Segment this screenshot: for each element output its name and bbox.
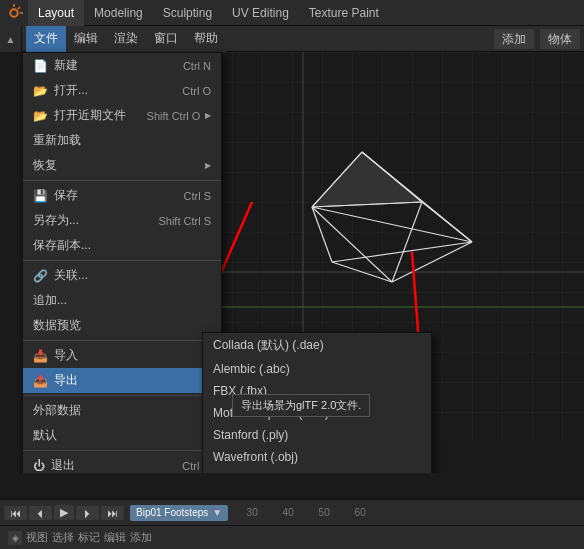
tab-sculpting[interactable]: Sculpting: [153, 0, 222, 26]
menu-defaults[interactable]: 默认: [23, 423, 221, 448]
menu-data-preview[interactable]: 数据预览: [23, 313, 221, 338]
timeline-clip-name: Bip01 Footsteps: [136, 507, 208, 518]
export-alembic[interactable]: Alembic (.abc): [203, 358, 431, 380]
menu-save-as[interactable]: 另存为... Shift Ctrl S: [23, 208, 221, 233]
main-area: ▲ ● ◆ ⬛ ↕ ↔ ⟲ 文件 编辑 渲染 窗口 帮助 添加 物体: [0, 26, 584, 473]
menu-save[interactable]: 💾保存 Ctrl S: [23, 183, 221, 208]
menu-import[interactable]: 📥导入: [23, 343, 221, 368]
timeline-num-60: 60: [342, 507, 378, 518]
menu-file[interactable]: 文件: [26, 26, 66, 52]
menu-append[interactable]: 追加...: [23, 288, 221, 313]
menu-edit[interactable]: 编辑: [66, 26, 106, 52]
export-x3d[interactable]: X3D Extensible 3D (.x3d): [203, 468, 431, 473]
timeline-btn-prev[interactable]: ⏴: [29, 506, 52, 520]
status-view: 视图: [26, 530, 48, 545]
menu-revert[interactable]: 重新加载: [23, 128, 221, 153]
svg-line-2: [18, 7, 20, 9]
tab-layout[interactable]: Layout: [28, 0, 84, 26]
timeline-numbers: 30 40 50 60: [234, 507, 378, 518]
status-bar: ◈ 视图 选择 标记 编辑 添加: [0, 525, 584, 549]
app-logo: [0, 0, 28, 26]
menu-link[interactable]: 🔗关联...: [23, 263, 221, 288]
timeline-btn-jump-end[interactable]: ⏭: [101, 506, 124, 520]
menu-open[interactable]: 📂打开... Ctrl O: [23, 78, 221, 103]
menu-external-data[interactable]: 外部数据: [23, 398, 221, 423]
status-mark: 标记: [78, 530, 100, 545]
sidebar-icon-1[interactable]: ▲: [2, 30, 20, 48]
tab-modeling[interactable]: Modeling: [84, 0, 153, 26]
tab-texture-paint[interactable]: Texture Paint: [299, 0, 389, 26]
link-icon: 🔗: [33, 269, 48, 283]
top-tab-bar: Layout Modeling Sculpting UV Editing Tex…: [0, 0, 584, 26]
export-wavefront[interactable]: Wavefront (.obj): [203, 446, 431, 468]
import-icon: 📥: [33, 349, 48, 363]
tab-uv-editing[interactable]: UV Editing: [222, 0, 299, 26]
object-button[interactable]: 物体: [540, 29, 580, 49]
menu-render[interactable]: 渲染: [106, 26, 146, 52]
menu-bar: 文件 编辑 渲染 窗口 帮助: [26, 26, 226, 52]
tab-strip: Layout Modeling Sculpting UV Editing Tex…: [28, 0, 584, 26]
timeline-num-50: 50: [306, 507, 342, 518]
status-add: 添加: [130, 530, 152, 545]
new-icon: 📄: [33, 59, 48, 73]
timeline-btn-play[interactable]: ▶: [54, 505, 74, 520]
status-edit: 编辑: [104, 530, 126, 545]
timeline-btn-next[interactable]: ⏵: [76, 506, 99, 520]
separator-3: [23, 340, 221, 341]
export-tooltip: 导出场景为glTF 2.0文件.: [232, 394, 370, 417]
menu-quit[interactable]: ⏻退出 Ctrl Q: [23, 453, 221, 473]
viewport-header: 文件 编辑 渲染 窗口 帮助 添加 物体: [22, 26, 584, 52]
open-recent-icon: 📂: [33, 109, 48, 123]
export-icon: 📤: [33, 374, 48, 388]
file-dropdown-menu: 📄新建 Ctrl N 📂打开... Ctrl O 📂打开近期文件 Shift C…: [22, 52, 222, 473]
tooltip-text: 导出场景为glTF 2.0文件.: [241, 399, 361, 411]
open-icon: 📂: [33, 84, 48, 98]
timeline-bar: ⏮ ⏴ ▶ ⏵ ⏭ Bip01 Footsteps ▼ 30 40 50 60: [0, 499, 584, 525]
separator-4: [23, 395, 221, 396]
menu-window[interactable]: 窗口: [146, 26, 186, 52]
timeline-num-30: 30: [234, 507, 270, 518]
menu-export[interactable]: 📤导出: [23, 368, 221, 393]
timeline-num-40: 40: [270, 507, 306, 518]
menu-save-copy[interactable]: 保存副本...: [23, 233, 221, 258]
timeline-btn-jump-start[interactable]: ⏮: [4, 506, 27, 520]
timeline-clip[interactable]: Bip01 Footsteps ▼: [130, 505, 228, 521]
menu-open-recent[interactable]: 📂打开近期文件 Shift Ctrl O: [23, 103, 221, 128]
svg-point-0: [10, 9, 18, 17]
save-icon: 💾: [33, 189, 48, 203]
separator-5: [23, 450, 221, 451]
separator-1: [23, 180, 221, 181]
separator-2: [23, 260, 221, 261]
export-collada[interactable]: Collada (默认) (.dae): [203, 333, 431, 358]
menu-recover[interactable]: 恢复: [23, 153, 221, 178]
add-button[interactable]: 添加: [494, 29, 534, 49]
quit-icon: ⏻: [33, 459, 45, 473]
menu-new[interactable]: 📄新建 Ctrl N: [23, 53, 221, 78]
status-mode-icon: ◈: [8, 531, 22, 545]
menu-help[interactable]: 帮助: [186, 26, 226, 52]
export-stanford[interactable]: Stanford (.ply): [203, 424, 431, 446]
status-select: 选择: [52, 530, 74, 545]
